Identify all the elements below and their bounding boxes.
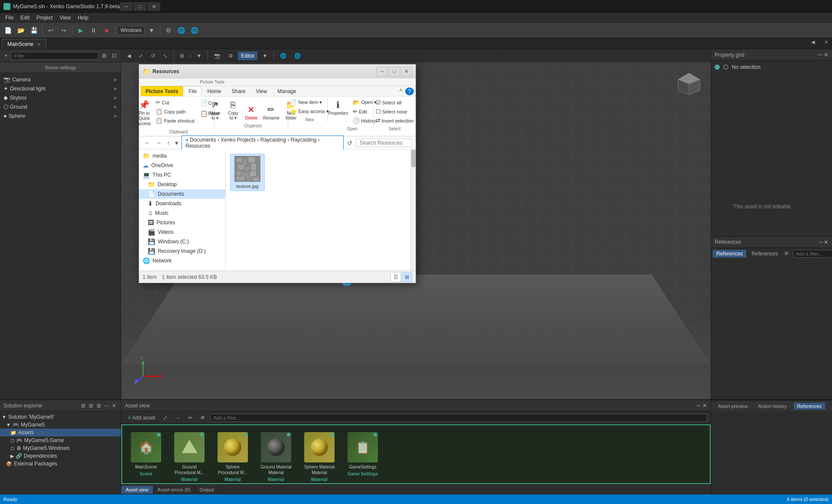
maximize-button[interactable]: □ — [133, 2, 146, 11]
minimize-button[interactable]: ─ — [120, 2, 133, 11]
vp-globe2[interactable]: 🌐 — [291, 52, 304, 60]
sol-item-mygame5[interactable]: ▼ 🎮 MyGame5 — [0, 421, 121, 429]
tree-item-sphere[interactable]: ●Sphere▶ — [0, 111, 121, 120]
ribbon-tab-share[interactable]: Share — [227, 86, 250, 96]
vp-scale[interactable]: ⤡ — [160, 52, 170, 60]
vp-mode-dropdown[interactable]: ▼ — [259, 52, 270, 60]
addr-search[interactable] — [356, 139, 412, 147]
ribbon-copy-path[interactable]: 📋Copy path — [154, 107, 196, 116]
fd-tree-music[interactable]: ♫ Music — [139, 208, 225, 218]
refs-close[interactable]: ✕ — [824, 239, 829, 246]
refs-eye[interactable]: 👁 — [783, 250, 790, 257]
fd-tree-desktop[interactable]: 📁 Desktop — [139, 180, 225, 189]
menu-help[interactable]: Help — [74, 14, 92, 22]
prop-grid-close[interactable]: ✕ — [824, 52, 829, 58]
ribbon-help[interactable]: ? — [405, 87, 414, 95]
tabs-close[interactable]: ✕ — [820, 36, 832, 48]
tree-item-camera[interactable]: 📷Camera▶ — [0, 75, 121, 84]
ribbon-tab-home[interactable]: Home — [202, 86, 226, 96]
asset-filter-input[interactable] — [210, 414, 707, 422]
toolbar-platform-dropdown[interactable]: ▼ — [146, 24, 158, 36]
toolbar-open[interactable]: 📂 — [15, 24, 27, 36]
prop-grid-minimize[interactable]: ─ — [818, 52, 822, 58]
scene-filter1[interactable]: ⊞ — [100, 52, 108, 60]
fd-tree-pictures[interactable]: 🖼 Pictures — [139, 218, 225, 227]
menu-file[interactable]: File — [2, 14, 17, 22]
scene-add[interactable]: + — [3, 52, 10, 60]
sol-item-windows[interactable]: ◻ 🖥 MyGame5.Windows — [0, 444, 121, 452]
toolbar-new[interactable]: 📄 — [2, 24, 14, 36]
asset-item-ground-proc[interactable]: GroundProcedural M... Material — [170, 430, 209, 484]
vp-back[interactable]: ◀ — [124, 52, 134, 60]
asset-item-mainscene[interactable]: 🏠 MainScene Scene — [127, 430, 166, 479]
asset-close[interactable]: ✕ — [702, 402, 707, 409]
tree-item-light[interactable]: ✦Directional light▶ — [0, 84, 121, 93]
fd-tree-network[interactable]: 🌐 Network — [139, 256, 225, 265]
asset-arrow-btn[interactable]: → — [172, 414, 183, 422]
fd-close[interactable]: ✕ — [401, 67, 412, 76]
asset-move-btn[interactable]: ⤢ — [160, 414, 170, 422]
ribbon-tab-file[interactable]: File — [184, 86, 202, 96]
sol-btn2[interactable]: ⊞ — [88, 402, 94, 409]
tab-mainscene[interactable]: MainScene ✕ — [2, 39, 46, 49]
addr-path[interactable]: « Documents › Xenko Projects › Raycastin… — [182, 136, 344, 150]
toolbar-stop[interactable]: ■ — [101, 24, 113, 36]
vp-rotate[interactable]: ↺ — [148, 52, 158, 60]
ribbon-invert[interactable]: ⇄Invert selection — [374, 116, 416, 125]
scene-search[interactable] — [11, 52, 98, 60]
ribbon-properties[interactable]: ℹ Properties — [326, 98, 351, 117]
toolbar-play[interactable]: ▶ — [75, 24, 87, 36]
fd-tree-documents[interactable]: 📄 Documents — [139, 189, 225, 199]
fd-scrollbar[interactable] — [410, 149, 416, 271]
asset-tab-errors[interactable]: Asset errors (0) — [153, 486, 195, 494]
tree-item-ground[interactable]: ⬡Ground▶ — [0, 102, 121, 111]
sol-btn4[interactable]: ─ — [103, 402, 110, 409]
close-button[interactable]: ✕ — [147, 2, 160, 11]
fd-tree-media[interactable]: 📁 media — [139, 151, 225, 161]
asset-item-sphere-mat[interactable]: Sphere MaterialMaterial Material — [300, 430, 339, 484]
fd-tree-thispc[interactable]: 💻 This PC — [139, 170, 225, 180]
ribbon-select-all[interactable]: ☑Select all — [374, 98, 416, 107]
addr-forward[interactable]: → — [154, 139, 163, 147]
vp-move[interactable]: ⤢ — [136, 52, 146, 60]
fd-tree-onedrive[interactable]: ☁ OneDrive — [139, 161, 225, 170]
vp-snap-toggle[interactable]: ⊞ — [177, 52, 187, 60]
vp-num-dropdown[interactable]: ▼ — [193, 52, 205, 60]
fd-tree-downloads[interactable]: ⬇ Downloads — [139, 199, 225, 208]
addr-up[interactable]: ↑ — [165, 139, 172, 147]
ribbon-copy-to[interactable]: ⎘ Copyto ▾ — [224, 99, 242, 122]
toolbar-pause[interactable]: ⏸ — [88, 24, 100, 36]
addr-recent[interactable]: ▾ — [173, 139, 180, 147]
fd-minimize[interactable]: ─ — [377, 67, 388, 76]
fd-scroll-thumb[interactable] — [411, 150, 416, 167]
menu-edit[interactable]: Edit — [17, 14, 33, 22]
vp-globe1[interactable]: 🌐 — [277, 52, 289, 60]
ribbon-tab-view[interactable]: View — [251, 86, 272, 96]
addr-refresh[interactable]: ↺ — [345, 139, 354, 147]
fd-view-icons[interactable]: ⊞ — [402, 272, 412, 282]
sol-btn1[interactable]: ⊞ — [80, 402, 87, 409]
sol-item-assets[interactable]: 📁 Assets — [0, 429, 121, 436]
asset-minimize[interactable]: ─ — [697, 402, 701, 409]
add-asset-button[interactable]: + Add asset — [125, 414, 158, 422]
refs-minimize[interactable]: ─ — [819, 239, 823, 246]
refs-filter[interactable] — [793, 250, 832, 258]
ribbon-rename[interactable]: ✏ Rename — [261, 103, 282, 122]
tree-item-skybox[interactable]: ◆Skybox▶ — [0, 93, 121, 102]
asset-edit-btn[interactable]: ✏ — [185, 414, 195, 422]
sol-item-game[interactable]: ◻ 🎮 MyGame5.Game — [0, 436, 121, 444]
fd-maximize[interactable]: □ — [389, 67, 400, 76]
fd-tree-videos[interactable]: 🎬 Videos — [139, 227, 225, 237]
toolbar-redo[interactable]: ↪ — [58, 24, 70, 36]
ribbon-paste-shortcut[interactable]: 📋Paste shortcut — [154, 116, 196, 125]
file-item-texture[interactable]: texture.jpg — [230, 154, 265, 191]
asset-eye-btn[interactable]: 👁 — [197, 414, 208, 422]
toolbar-save[interactable]: 💾 — [28, 24, 40, 36]
toolbar-undo[interactable]: ↩ — [45, 24, 57, 36]
ap-tab-preview[interactable]: Asset preview — [715, 403, 751, 410]
ribbon-cut[interactable]: ✂Cut — [154, 98, 196, 107]
ribbon-delete[interactable]: ✕ Delete — [243, 103, 260, 122]
menu-project[interactable]: Project — [33, 14, 56, 22]
scene-filter2[interactable]: ⊡ — [110, 52, 118, 60]
ribbon-select-none[interactable]: ☐Select none — [374, 107, 416, 116]
